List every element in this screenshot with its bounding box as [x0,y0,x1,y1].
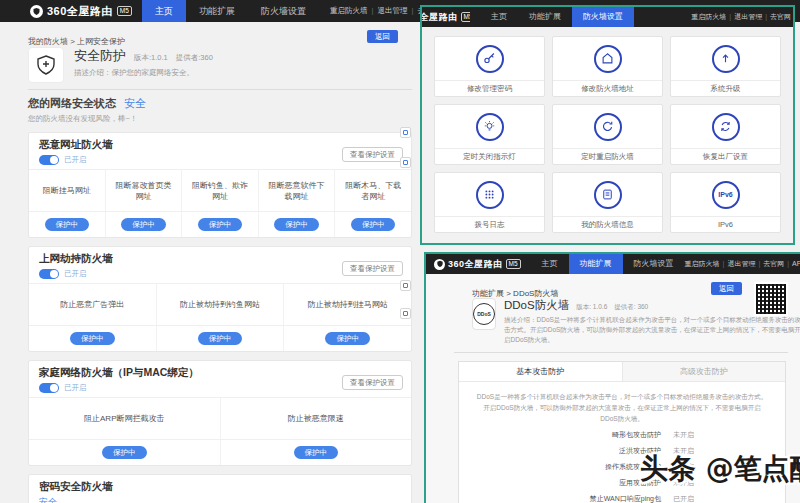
separator: | [758,260,760,267]
toggle-label: 已开启 [64,269,87,279]
tile-scheduled-restart[interactable]: 定时重启防火墙 [552,104,663,165]
tile-label: 拨号日志 [435,216,544,232]
protecting-pill[interactable]: 保护中 [325,332,370,345]
model-badge: M5 [117,6,132,16]
nav-extensions[interactable]: 功能扩展 [518,7,572,27]
protecting-pill[interactable]: 保护中 [198,218,243,231]
protecting-pill[interactable]: 保护中 [274,218,319,231]
security-status: 您的网络安全状态 安全 您的防火墙没有发现风险，棒~！ [28,90,412,124]
card-home-network-firewall: 家庭网络防火墙（IP与MAC绑定） 已开启 查看保护设置 阻止ARP断网拦截攻击… [28,360,412,466]
protecting-pill[interactable]: 保护中 [351,218,396,231]
protection-item: 防止被劫持到钓鱼网站 [156,284,284,325]
tile-change-firewall-address[interactable]: 修改防火墙地址 [552,36,663,97]
360-shield-logo-icon [434,259,445,270]
tile-label: 定时关闭指示灯 [435,148,544,164]
logout-link[interactable]: 退出管理 [734,13,762,20]
ddos-row: 禁止WAN口响应ping包 已开启 [459,491,785,503]
floating-button[interactable] [400,157,411,168]
tile-factory-reset[interactable]: 恢复出厂设置 [670,104,781,165]
protecting-pill[interactable]: 保护中 [294,446,339,459]
nav-extensions[interactable]: 功能扩展 [186,0,248,22]
power-toggle[interactable] [39,269,59,279]
power-toggle[interactable] [39,383,59,393]
ddos-app-icon: DDoS [472,298,496,330]
logout-link[interactable]: 退出管理 [377,6,407,15]
protection-item: 防止被劫持到挂马网站 [283,284,411,325]
status-value: 安全 [124,96,146,111]
view-protection-settings-button[interactable]: 查看保护设置 [342,147,403,162]
nav-firewall-settings[interactable]: 防火墙设置 [572,7,634,27]
tile-firewall-info[interactable]: 我的防火墙信息 [552,172,663,233]
row-label: 应用攻击防护 [501,478,661,488]
card-title: 密码安全防火墙 [39,480,401,493]
qr-code [756,284,786,314]
brand-name: 360全屋路由 [422,11,458,24]
nav-home[interactable]: 主页 [142,0,186,22]
protecting-pill[interactable]: 保护中 [198,332,243,345]
brand-logo: 360全屋路由 M5 [30,4,132,19]
tab-advanced-protection[interactable]: 高级攻击防护 [622,362,786,381]
protection-item: 阻断挂马网址 [29,170,105,211]
separator: | [765,13,767,20]
divider [454,352,788,353]
view-protection-settings-button[interactable]: 查看保护设置 [342,375,403,390]
tile-change-admin-password[interactable]: 修改管理密码 [434,36,545,97]
ipv6-icon: IPv6 [712,181,740,209]
password-status: 安全 [39,496,401,503]
factory-reset-icon [712,113,740,141]
official-site-link[interactable]: 去官网 [763,260,784,267]
protecting-pill[interactable]: 保护中 [102,446,147,459]
protecting-pill[interactable]: 保护中 [70,332,115,345]
tile-label: 修改管理密码 [435,80,544,96]
dial-log-icon [476,181,504,209]
nav-home[interactable]: 主页 [480,7,518,27]
model-badge: M5 [461,12,470,22]
360-shield-logo-icon [30,5,43,18]
app-info: DDoS DDoS防火墙 版本: 1.0.6 提供者: 360 描述介绍：DDo… [454,298,788,345]
nav-firewall-settings[interactable]: 防火墙设置 [623,254,685,274]
card-malicious-url-firewall: 恶意网址防火墙 已开启 查看保护设置 阻断挂马网址 阻断篡改首页类网址 阻断钓鱼… [28,132,412,238]
model-badge: M5 [506,259,521,269]
view-protection-settings-button[interactable]: 查看保护设置 [342,261,403,276]
protecting-pill[interactable]: 保护中 [121,218,166,231]
tile-label: 修改防火墙地址 [553,80,662,96]
protection-tabs: 基本攻击防护 高级攻击防护 [459,362,785,382]
official-site-link[interactable]: 去官网 [770,13,791,20]
nav-firewall-settings[interactable]: 防火墙设置 [248,0,319,22]
tile-system-upgrade[interactable]: 系统升级 [670,36,781,97]
tile-scheduled-led-off[interactable]: 定时关闭指示灯 [434,104,545,165]
floating-button[interactable] [400,127,411,138]
protecting-pill[interactable]: 保护中 [45,218,90,231]
app-link[interactable]: APP [792,260,800,267]
row-status: 已开启 [673,494,743,503]
logout-link[interactable]: 退出管理 [727,260,755,267]
ddos-intro-text: DDoS是一种将多个计算机联合起来作为攻击平台，对一个或多个目标发动拒绝服务攻击… [459,382,785,427]
status-label: 您的网络安全状态 [28,96,116,111]
protection-item: 防止被恶意限速 [220,398,412,439]
protection-labels-row: 阻止ARP断网拦截攻击 防止被恶意限速 [29,397,411,439]
info-icon [594,181,622,209]
app-provider: 提供者:360 [176,53,213,63]
row-label: 泛洪攻击防护 [501,446,661,456]
tile-ipv6[interactable]: IPv6 IPv6 [670,172,781,233]
watermark-text: 头条 @笔点酷玩 [640,450,800,488]
restart-firewall-link[interactable]: 重启防火墙 [691,13,726,20]
separator: | [729,13,731,20]
breadcrumb-row: 我的防火墙 > 上网安全保护 返回 [28,30,412,43]
floating-button[interactable] [400,308,411,319]
tile-dial-log[interactable]: 拨号日志 [434,172,545,233]
nav-home[interactable]: 主页 [531,254,569,274]
back-button[interactable]: 返回 [711,282,742,295]
toggle-label: 已开启 [64,383,87,393]
nav-extensions[interactable]: 功能扩展 [569,254,623,274]
power-toggle[interactable] [39,155,59,165]
separator: | [787,260,789,267]
brand-name: 360全屋路由 [448,258,503,271]
floating-button[interactable] [400,280,411,291]
back-button[interactable]: 返回 [367,30,398,43]
panel-header: 360全屋路由 M5 主页 功能扩展 防火墙设置 重启防火墙|退出管理|去官网|… [426,254,800,274]
screenshot-canvas: 360全屋路由 M5 主页 功能扩展 防火墙设置 重启防火墙|退出管理|去官网 … [0,0,800,503]
restart-firewall-link[interactable]: 重启防火墙 [330,6,368,15]
tab-basic-protection[interactable]: 基本攻击防护 [459,362,622,381]
restart-firewall-link[interactable]: 重启防火墙 [685,260,720,267]
